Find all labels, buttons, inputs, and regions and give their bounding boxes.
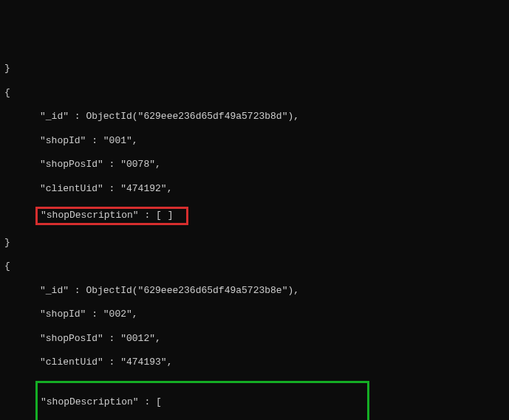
code-output: } { "_id" : ObjectId("629eee236d65df49a5… xyxy=(0,51,509,420)
brace-open: { xyxy=(0,261,509,272)
shopposid-field: "shopPosId" : "0078", xyxy=(0,159,509,171)
desc-open: "shopDescription" : [ xyxy=(41,396,364,408)
shopposid-field: "shopPosId" : "0012", xyxy=(0,333,509,345)
clientuid-field: "clientUid" : "474193", xyxy=(0,357,509,368)
empty-shopdescription-highlight: "shopDescription" : [ ] xyxy=(35,207,188,224)
id-field: "_id" : ObjectId("629eee236d65df49a5723b… xyxy=(0,111,509,123)
shopid-field: "shopId" : "001", xyxy=(0,135,509,147)
shopid-field: "shopId" : "002", xyxy=(0,309,509,320)
brace-close: } xyxy=(0,237,509,249)
id-field: "_id" : ObjectId("629eee236d65df49a5723b… xyxy=(0,285,509,297)
brace-close: } xyxy=(0,63,509,75)
clientuid-field: "clientUid" : "474192", xyxy=(0,183,509,195)
brace-open: { xyxy=(0,87,509,99)
populated-shopdescription-highlight: "shopDescription" : [ { "_id" : ObjectId… xyxy=(35,381,369,420)
